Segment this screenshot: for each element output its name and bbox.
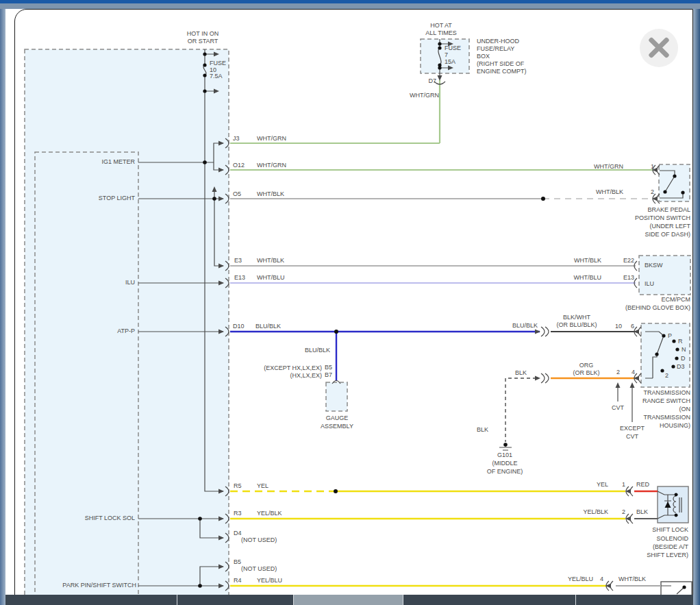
hot-in-on-label: HOT IN ON [187, 31, 218, 38]
trans-label-4: TRANSMISSION [643, 415, 690, 421]
wire-label-whtblk-park: WHT/BLK [618, 576, 646, 583]
pin-o5: O5 [233, 191, 241, 198]
pin-1-solenoid: 1 [622, 482, 625, 489]
hot-at-label2: ALL TIMES [425, 30, 457, 37]
toolbar-button-1[interactable] [5, 595, 177, 605]
pin-d7: D7 [428, 78, 436, 85]
solenoid-label-3: (BESIDE A/T [653, 544, 688, 551]
underhood-label-4: (RIGHT SIDE OF [477, 61, 524, 68]
trans-label-5: HOUSING) [660, 423, 690, 430]
pin-2-trans: 2 [616, 369, 620, 376]
ground-g101-label-2: (MIDDLE [492, 460, 517, 467]
gear-position-2: 2 [665, 373, 668, 380]
arrowheads [212, 42, 658, 589]
fuse10-rating: 7.5A [210, 73, 223, 80]
gear-position-r: R [678, 338, 683, 345]
pin-e3: E3 [234, 258, 242, 264]
pin-o12: O12 [233, 162, 245, 169]
toolbar-button-5[interactable] [576, 595, 693, 605]
brake-pedal-label-4: SIDE OF DASH) [645, 232, 690, 238]
solenoid-label-4: SHIFT LEVER) [647, 552, 688, 559]
ecm-bksw-label: BKSW [645, 262, 663, 269]
wire-label-blk-top: BLK [515, 370, 527, 377]
wire-label-o5: WHT/BLK [257, 191, 284, 198]
gear-position-d3: D3 [677, 364, 685, 371]
wire-label-yelblk-right: YEL/BLK [583, 509, 608, 516]
pin-2-solenoid: 2 [622, 509, 625, 516]
wire-label-blublk-vert: BLU/BLK [305, 347, 330, 354]
variant-except-hx: (EXCEPT HX,LX,EX) [264, 365, 322, 372]
wire-label-whtblk-right: WHT/BLK [596, 189, 623, 196]
terminal-stop-light: STOP LIGHT [99, 195, 135, 202]
ecm-label-2: (BEHIND GLOVE BOX) [625, 305, 690, 312]
wiring-diagram-viewer: HOT IN ON OR START FUSE 10 7.5A HOT AT A… [0, 0, 700, 605]
except-cvt-label-2: CVT [626, 434, 638, 441]
ground-g101-label: G101 [497, 452, 512, 459]
toolbar-button-3[interactable] [294, 595, 404, 605]
underhood-label-1: UNDER-HOOD [477, 38, 519, 45]
pin-4-park: 4 [600, 576, 603, 583]
pin-10: 10 [615, 323, 622, 330]
underhood-label-3: BOX [477, 53, 490, 60]
not-used-b5: (NOT USED) [241, 566, 277, 573]
wire-label-blublk-right: BLU/BLK [512, 323, 538, 330]
pin-e22: E22 [623, 258, 634, 264]
pin-d10: D10 [233, 323, 245, 330]
junction-dots [198, 42, 686, 589]
wire-label-org-alt: (OR BLK) [573, 370, 599, 377]
wire-label-blkwht: BLK/WHT [563, 314, 590, 321]
wire-label-whtgrn-d7: WHT/GRN [410, 92, 439, 99]
wire-label-whtblu-e13: WHT/BLU [574, 275, 602, 282]
fuse7-rating: 15A [445, 59, 455, 66]
toolbar-button-4[interactable] [403, 595, 576, 605]
pin-1-brake: 1 [651, 164, 654, 171]
pin-4-trans: 4 [632, 369, 635, 376]
ground-g101-label-3: OF ENGINE) [487, 469, 523, 476]
wire-label-e3: WHT/BLK [257, 258, 284, 264]
close-button[interactable] [640, 29, 678, 67]
terminal-shift-lock-sol: SHIFT LOCK SOL [85, 515, 135, 522]
gauge-label-1: GAUGE [326, 415, 349, 422]
trans-label-3: (ON [679, 406, 691, 413]
wire-label-blk-right: BLK [636, 509, 648, 516]
wire-label-whtblk-e22: WHT/BLK [574, 258, 601, 264]
wire-label-red: RED [636, 482, 649, 489]
pin-d4: D4 [234, 530, 242, 537]
ecm-ilu-label: ILU [645, 281, 654, 288]
wire-label-d10: BLU/BLK [255, 323, 281, 330]
wire-label-blkwht-alt: (OR BLU/BLK) [556, 322, 597, 329]
wire-label-yelblu-right: YEL/BLU [568, 576, 593, 583]
brake-pedal-label-1: BRAKE PEDAL [647, 207, 690, 214]
toolbar-button-2[interactable] [177, 595, 294, 605]
underhood-label-2: FUSE/RELAY [477, 46, 514, 53]
wire-label-o12: WHT/GRN [257, 162, 286, 169]
hot-at-label: HOT AT [430, 23, 452, 29]
gear-position-n: N [682, 347, 686, 354]
pin-6: 6 [631, 323, 634, 330]
wire-wht-grn-j3 [230, 80, 440, 143]
wire-label-yel-right: YEL [597, 482, 608, 489]
wire-label-r4: YEL/BLU [257, 578, 282, 584]
pin-r3: R3 [234, 510, 242, 517]
pin-e13-right: E13 [623, 275, 634, 282]
pin-b5: B5 [234, 559, 241, 566]
wire-label-r5: YEL [257, 483, 268, 490]
except-cvt-label-1: EXCEPT [620, 425, 645, 432]
brake-pedal-switch-box [659, 164, 690, 201]
terminal-ilu: ILU [125, 280, 135, 286]
bottom-toolbar [5, 595, 693, 605]
variant-hx: (HX,LX,EX) [290, 373, 322, 380]
pin-e13: E13 [234, 275, 245, 282]
terminal-atp-p: ATP-P [117, 328, 135, 335]
terminal-park-pin: PARK PIN/SHIFT SWITCH [62, 582, 136, 589]
wire-label-whtgrn-right: WHT/GRN [594, 164, 623, 171]
brake-pedal-label-3: (UNDER LEFT [649, 223, 690, 230]
pin-b7-gauge: B7 [325, 372, 332, 379]
gauge-label-2: ASSEMBLY [321, 423, 353, 430]
hot-in-on-label2: OR START [188, 38, 218, 45]
underhood-label-5: ENGINE COMPT) [477, 69, 527, 75]
wire-label-j3: WHT/GRN [257, 136, 286, 143]
pin-r4: R4 [234, 578, 242, 584]
gear-position-p: P [668, 333, 672, 340]
gauge-assembly-box [326, 382, 347, 411]
